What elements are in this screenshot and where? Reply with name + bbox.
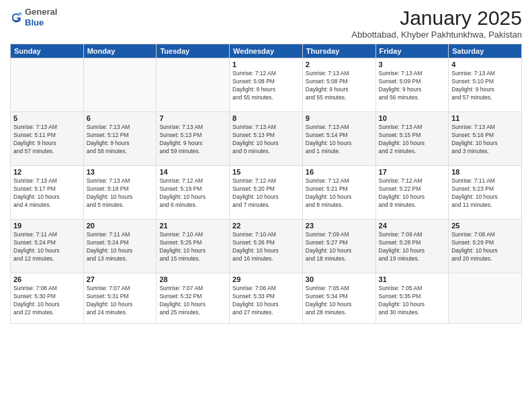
day-info: Sunrise: 7:07 AM Sunset: 5:31 PM Dayligh… xyxy=(87,285,154,317)
day-number: 22 xyxy=(232,222,300,230)
day-number: 4 xyxy=(451,60,519,68)
calendar-day: 8Sunrise: 7:13 AM Sunset: 5:13 PM Daylig… xyxy=(230,112,303,166)
calendar-day: 2Sunrise: 7:13 AM Sunset: 5:08 PM Daylig… xyxy=(302,58,375,112)
day-number: 10 xyxy=(379,114,446,122)
calendar-day: 25Sunrise: 7:08 AM Sunset: 5:29 PM Dayli… xyxy=(449,220,522,273)
calendar-day: 5Sunrise: 7:13 AM Sunset: 5:11 PM Daylig… xyxy=(11,112,84,166)
calendar-day: 11Sunrise: 7:13 AM Sunset: 5:16 PM Dayli… xyxy=(449,112,522,166)
day-info: Sunrise: 7:10 AM Sunset: 5:25 PM Dayligh… xyxy=(159,231,226,263)
day-info: Sunrise: 7:13 AM Sunset: 5:17 PM Dayligh… xyxy=(13,177,81,210)
calendar-day: 16Sunrise: 7:12 AM Sunset: 5:21 PM Dayli… xyxy=(302,166,375,220)
calendar-day xyxy=(83,58,157,112)
logo-blue: Blue xyxy=(25,17,44,28)
header: General Blue January 2025 Abbottabad, Kh… xyxy=(10,7,522,40)
day-info: Sunrise: 7:12 AM Sunset: 5:08 PM Dayligh… xyxy=(232,70,300,102)
day-number: 21 xyxy=(159,222,226,230)
weekday-header-monday: Monday xyxy=(83,44,157,58)
calendar-day: 26Sunrise: 7:08 AM Sunset: 5:30 PM Dayli… xyxy=(11,273,84,324)
weekday-header-sunday: Sunday xyxy=(11,44,84,58)
calendar-day: 1Sunrise: 7:12 AM Sunset: 5:08 PM Daylig… xyxy=(230,58,303,112)
calendar-day: 15Sunrise: 7:12 AM Sunset: 5:20 PM Dayli… xyxy=(230,166,303,220)
day-number: 23 xyxy=(306,222,373,230)
calendar-day: 29Sunrise: 7:06 AM Sunset: 5:33 PM Dayli… xyxy=(230,273,303,324)
day-number: 7 xyxy=(159,114,226,122)
day-number: 14 xyxy=(159,168,226,176)
calendar-day xyxy=(11,58,84,112)
day-number: 16 xyxy=(306,168,373,176)
calendar-day: 12Sunrise: 7:13 AM Sunset: 5:17 PM Dayli… xyxy=(11,166,84,220)
day-info: Sunrise: 7:13 AM Sunset: 5:08 PM Dayligh… xyxy=(306,70,373,102)
day-info: Sunrise: 7:13 AM Sunset: 5:16 PM Dayligh… xyxy=(451,124,519,156)
page: General Blue January 2025 Abbottabad, Kh… xyxy=(0,0,532,411)
day-info: Sunrise: 7:11 AM Sunset: 5:24 PM Dayligh… xyxy=(13,231,81,263)
calendar-day: 20Sunrise: 7:11 AM Sunset: 5:24 PM Dayli… xyxy=(83,220,157,273)
day-info: Sunrise: 7:12 AM Sunset: 5:21 PM Dayligh… xyxy=(306,177,373,210)
day-number: 9 xyxy=(306,114,373,122)
day-info: Sunrise: 7:06 AM Sunset: 5:33 PM Dayligh… xyxy=(232,285,300,317)
day-number: 2 xyxy=(306,60,373,68)
day-info: Sunrise: 7:13 AM Sunset: 5:12 PM Dayligh… xyxy=(87,124,154,156)
calendar-day: 6Sunrise: 7:13 AM Sunset: 5:12 PM Daylig… xyxy=(83,112,157,166)
calendar-day: 7Sunrise: 7:13 AM Sunset: 5:13 PM Daylig… xyxy=(157,112,230,166)
day-number: 6 xyxy=(87,114,154,122)
day-number: 19 xyxy=(13,222,81,230)
day-info: Sunrise: 7:08 AM Sunset: 5:30 PM Dayligh… xyxy=(13,285,81,317)
calendar-day: 22Sunrise: 7:10 AM Sunset: 5:26 PM Dayli… xyxy=(230,220,303,273)
calendar-day: 14Sunrise: 7:12 AM Sunset: 5:19 PM Dayli… xyxy=(157,166,230,220)
weekday-header-thursday: Thursday xyxy=(302,44,375,58)
day-info: Sunrise: 7:09 AM Sunset: 5:28 PM Dayligh… xyxy=(379,231,446,263)
calendar-week-row: 19Sunrise: 7:11 AM Sunset: 5:24 PM Dayli… xyxy=(11,220,522,273)
day-info: Sunrise: 7:11 AM Sunset: 5:24 PM Dayligh… xyxy=(87,231,154,263)
day-number: 30 xyxy=(306,275,373,283)
title-section: January 2025 Abbottabad, Khyber Pakhtunk… xyxy=(351,7,522,40)
day-number: 12 xyxy=(13,168,81,176)
calendar-day xyxy=(449,273,522,324)
calendar-day: 3Sunrise: 7:13 AM Sunset: 5:09 PM Daylig… xyxy=(375,58,449,112)
day-info: Sunrise: 7:13 AM Sunset: 5:10 PM Dayligh… xyxy=(451,70,519,102)
calendar-day: 9Sunrise: 7:13 AM Sunset: 5:14 PM Daylig… xyxy=(302,112,375,166)
weekday-header-friday: Friday xyxy=(375,44,449,58)
calendar-week-row: 5Sunrise: 7:13 AM Sunset: 5:11 PM Daylig… xyxy=(11,112,522,166)
calendar-day: 30Sunrise: 7:05 AM Sunset: 5:34 PM Dayli… xyxy=(302,273,375,324)
day-number: 24 xyxy=(379,222,446,230)
calendar-day: 18Sunrise: 7:11 AM Sunset: 5:23 PM Dayli… xyxy=(449,166,522,220)
day-number: 17 xyxy=(379,168,446,176)
calendar-day xyxy=(157,58,230,112)
day-info: Sunrise: 7:10 AM Sunset: 5:26 PM Dayligh… xyxy=(232,231,300,263)
calendar-week-row: 1Sunrise: 7:12 AM Sunset: 5:08 PM Daylig… xyxy=(11,58,522,112)
day-number: 18 xyxy=(451,168,519,176)
day-number: 3 xyxy=(379,60,446,68)
calendar-day: 23Sunrise: 7:09 AM Sunset: 5:27 PM Dayli… xyxy=(302,220,375,273)
calendar-day: 17Sunrise: 7:12 AM Sunset: 5:22 PM Dayli… xyxy=(375,166,449,220)
logo-general: General xyxy=(25,7,57,17)
day-info: Sunrise: 7:13 AM Sunset: 5:13 PM Dayligh… xyxy=(232,124,300,156)
day-number: 29 xyxy=(232,275,300,283)
weekday-header-wednesday: Wednesday xyxy=(230,44,303,58)
logo-text: General Blue xyxy=(25,7,57,28)
day-info: Sunrise: 7:08 AM Sunset: 5:29 PM Dayligh… xyxy=(451,231,519,263)
day-info: Sunrise: 7:13 AM Sunset: 5:15 PM Dayligh… xyxy=(379,124,446,156)
day-number: 1 xyxy=(232,60,300,68)
day-info: Sunrise: 7:12 AM Sunset: 5:22 PM Dayligh… xyxy=(379,177,446,210)
calendar-week-row: 12Sunrise: 7:13 AM Sunset: 5:17 PM Dayli… xyxy=(11,166,522,220)
day-number: 31 xyxy=(379,275,446,283)
day-number: 5 xyxy=(13,114,81,122)
day-info: Sunrise: 7:12 AM Sunset: 5:19 PM Dayligh… xyxy=(159,177,226,210)
subtitle: Abbottabad, Khyber Pakhtunkhwa, Pakistan xyxy=(351,30,522,40)
day-info: Sunrise: 7:13 AM Sunset: 5:14 PM Dayligh… xyxy=(306,124,373,156)
day-number: 20 xyxy=(87,222,154,230)
weekday-header-row: SundayMondayTuesdayWednesdayThursdayFrid… xyxy=(11,44,522,58)
day-info: Sunrise: 7:13 AM Sunset: 5:18 PM Dayligh… xyxy=(87,177,154,210)
day-number: 26 xyxy=(13,275,81,283)
day-info: Sunrise: 7:13 AM Sunset: 5:09 PM Dayligh… xyxy=(379,70,446,102)
day-number: 27 xyxy=(87,275,154,283)
calendar-day: 21Sunrise: 7:10 AM Sunset: 5:25 PM Dayli… xyxy=(157,220,230,273)
calendar-day: 10Sunrise: 7:13 AM Sunset: 5:15 PM Dayli… xyxy=(375,112,449,166)
day-info: Sunrise: 7:05 AM Sunset: 5:35 PM Dayligh… xyxy=(379,285,446,317)
logo-icon xyxy=(10,11,22,24)
calendar-day: 27Sunrise: 7:07 AM Sunset: 5:31 PM Dayli… xyxy=(83,273,157,324)
day-info: Sunrise: 7:09 AM Sunset: 5:27 PM Dayligh… xyxy=(306,231,373,263)
day-info: Sunrise: 7:12 AM Sunset: 5:20 PM Dayligh… xyxy=(232,177,300,210)
calendar-day: 19Sunrise: 7:11 AM Sunset: 5:24 PM Dayli… xyxy=(11,220,84,273)
weekday-header-tuesday: Tuesday xyxy=(157,44,230,58)
